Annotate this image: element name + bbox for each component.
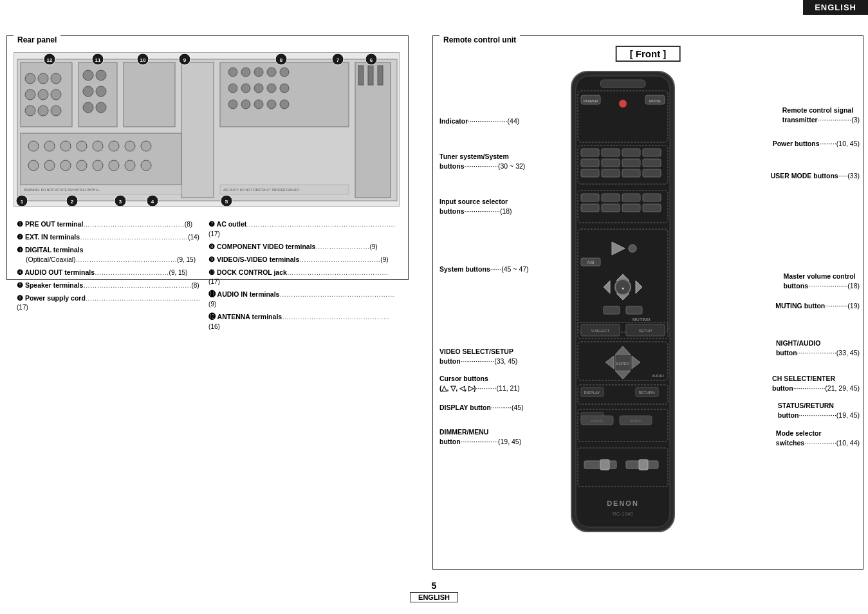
svg-rect-86: [576, 76, 670, 527]
svg-point-33: [241, 100, 250, 109]
legend-item-6: ❻ Power supply cord……………………………………………(17): [17, 293, 207, 313]
label-user-mode: USER MODE buttons·····(33): [771, 171, 860, 181]
svg-rect-111: [643, 194, 661, 201]
svg-point-35: [267, 100, 276, 109]
svg-point-13: [25, 106, 35, 116]
svg-point-24: [254, 68, 263, 77]
svg-point-8: [38, 73, 48, 84]
svg-point-26: [280, 68, 289, 77]
svg-rect-106: [643, 169, 661, 177]
legend-col-left: ❶ PRE OUT terminal………………………………………(8) ❷ E…: [17, 219, 207, 315]
label-muting: MUTING button············(19): [775, 301, 860, 311]
svg-rect-128: [626, 306, 642, 314]
svg-point-89: [619, 100, 627, 107]
svg-point-39: [44, 141, 55, 151]
svg-point-23: [241, 68, 250, 77]
svg-text:11: 11: [95, 57, 101, 63]
svg-text:7: 7: [337, 57, 340, 63]
svg-point-9: [51, 73, 61, 84]
legend-item-4: ❹ AUDIO OUT terminals……………………………(9, 15): [17, 268, 207, 277]
svg-point-38: [28, 141, 39, 151]
label-remote-signal: Remote control signaltransmitter········…: [782, 106, 860, 124]
rear-panel: Rear panel: [6, 35, 409, 280]
legend-item-10: ❿ DOCK CONTROL jack………………………………………(17): [208, 268, 398, 287]
svg-point-41: [77, 141, 87, 151]
svg-point-34: [254, 100, 263, 109]
svg-point-50: [93, 160, 103, 171]
label-dimmer: DIMMER/MENUbutton····················(19…: [439, 427, 521, 446]
svg-point-29: [254, 84, 263, 93]
legend-item-1: ❶ PRE OUT terminal………………………………………(8): [17, 219, 207, 229]
svg-text:3: 3: [119, 199, 122, 205]
svg-text:AIR DUCT: DO NOT OBSTRUCT PROP: AIR DUCT: DO NOT OBSTRUCT PROPER FAN AIR…: [223, 188, 301, 192]
remote-panel: Remote control unit [ Front ] POWER MODE: [432, 35, 863, 570]
label-status-return: STATUS/RETURNbutton····················(…: [778, 401, 860, 420]
svg-rect-112: [581, 204, 599, 212]
svg-text:●: ●: [622, 286, 624, 290]
svg-text:10: 10: [140, 57, 146, 63]
legend-item-12: ⓬ ANTENNA terminals…………………………………………(16): [208, 312, 398, 331]
rear-legend: ❶ PRE OUT terminal………………………………………(8) ❷ E…: [17, 219, 403, 335]
svg-text:1: 1: [21, 199, 24, 205]
remote-panel-title: Remote control unit: [439, 35, 520, 44]
legend-item-8: ❽ COMPONENT VIDEO terminals……………………(9): [208, 242, 398, 252]
svg-text:DISPLAY: DISPLAY: [584, 391, 600, 395]
svg-point-47: [44, 160, 55, 171]
svg-rect-104: [602, 169, 620, 177]
svg-text:A/B: A/B: [587, 260, 595, 265]
label-video-select: VIDEO SELECT/SETUPbutton················…: [439, 347, 517, 366]
svg-text:VIDEO: VIDEO: [630, 419, 642, 423]
svg-point-15: [51, 106, 61, 116]
svg-point-30: [267, 84, 276, 93]
svg-rect-113: [602, 204, 620, 212]
label-mode-selector: Mode selectorswitches·················(1…: [776, 429, 860, 447]
remote-control-drawing: POWER MODE: [562, 68, 684, 538]
legend-item-3: ❸ DIGITAL terminals (Optical/Coaxial)…………: [17, 245, 207, 265]
svg-point-44: [125, 141, 135, 151]
svg-point-21: [96, 102, 106, 113]
label-master-vol: Master volume controlbuttons············…: [784, 272, 860, 290]
svg-rect-37: [21, 133, 181, 185]
svg-point-52: [125, 160, 135, 171]
legend-item-9: ❾ VIDEO/S-VIDEO terminals………………………………(9): [208, 255, 398, 265]
svg-text:RETURN: RETURN: [639, 391, 655, 395]
legend-col-right: ❼ AC outlet…………………………………………………………(17) ❽ …: [208, 219, 398, 335]
svg-text:RC-1040: RC-1040: [613, 511, 634, 517]
svg-text:9: 9: [183, 57, 187, 63]
english-label: ENGLISH: [803, 0, 868, 15]
legend-item-5: ❺ Speaker terminals…………………………………………(8): [17, 281, 207, 290]
svg-text:2: 2: [71, 199, 74, 205]
label-tuner: Tuner system/Systembuttons··············…: [439, 152, 525, 171]
svg-rect-105: [622, 169, 640, 177]
svg-rect-153: [639, 460, 648, 470]
svg-text:POWER: POWER: [584, 99, 598, 103]
svg-point-27: [228, 84, 237, 93]
svg-rect-115: [643, 204, 661, 212]
label-cursor-buttons: Cursor buttons(△, ▽, ◁, ▷)···········(11…: [439, 374, 520, 393]
label-power-buttons: Power buttons·········(10, 45): [773, 139, 860, 149]
svg-rect-101: [622, 159, 640, 167]
svg-rect-3: [124, 62, 175, 127]
svg-rect-103: [581, 169, 599, 177]
label-indicator: Indicator·····················(44): [439, 116, 519, 126]
label-display: DISPLAY button···········(45): [439, 403, 524, 413]
svg-rect-108: [581, 194, 599, 201]
svg-text:8: 8: [280, 57, 283, 63]
svg-point-18: [83, 86, 93, 97]
svg-rect-127: [604, 306, 620, 314]
svg-point-36: [280, 100, 289, 109]
svg-text:4: 4: [151, 199, 154, 205]
svg-point-10: [25, 89, 35, 100]
svg-rect-110: [622, 194, 640, 201]
svg-rect-98: [643, 149, 661, 156]
label-input-source: Input source selectorbuttons············…: [439, 197, 512, 216]
svg-point-19: [96, 86, 106, 97]
svg-text:DENON: DENON: [607, 499, 639, 507]
svg-text:12: 12: [47, 57, 53, 63]
svg-point-17: [96, 70, 106, 80]
svg-rect-102: [643, 159, 661, 167]
svg-text:6: 6: [370, 57, 373, 63]
svg-point-14: [38, 106, 48, 116]
svg-point-16: [83, 70, 93, 80]
svg-point-11: [38, 89, 48, 100]
